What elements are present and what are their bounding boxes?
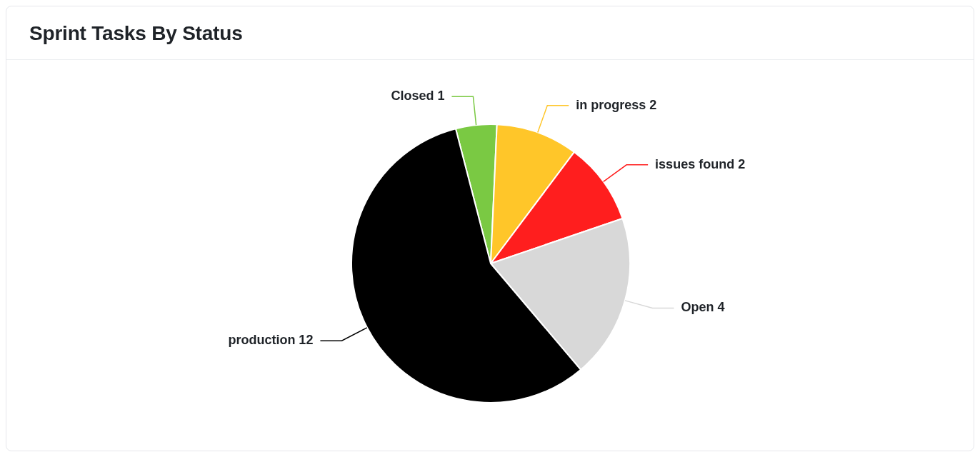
pie-connector (451, 96, 476, 125)
chart-title: Sprint Tasks By Status (29, 22, 951, 45)
pie-slice-label: Open 4 (681, 300, 725, 314)
pie-chart-svg: Closed 1in progress 2issues found 2Open … (6, 60, 974, 450)
pie-slice-label: in progress 2 (576, 98, 656, 112)
pie-connector (538, 106, 569, 133)
pie-connector (625, 301, 674, 308)
card-header: Sprint Tasks By Status (6, 6, 974, 60)
pie-slice-label: Closed 1 (391, 89, 444, 103)
pie-slice-label: production 12 (228, 333, 313, 347)
chart-card: Sprint Tasks By Status Closed 1in progre… (6, 6, 974, 451)
pie-slices (351, 124, 630, 403)
pie-slice-label: issues found 2 (655, 157, 745, 171)
pie-connector (604, 165, 648, 182)
pie-connector (320, 328, 367, 341)
pie-chart: Closed 1in progress 2issues found 2Open … (6, 60, 974, 448)
